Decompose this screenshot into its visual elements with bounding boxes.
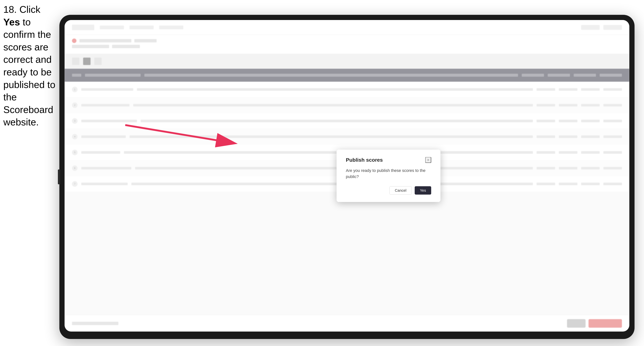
instruction-text: 18. Click Yes to confirm the scores are … — [3, 3, 57, 129]
tablet-device: 1 2 — [59, 15, 634, 339]
modal-title: Publish scores — [346, 157, 383, 163]
modal-header: Publish scores × — [346, 157, 431, 163]
yes-button[interactable]: Yes — [415, 186, 431, 195]
modal-footer: Cancel Yes — [346, 186, 431, 195]
instruction-suffix: to confirm the scores are correct and re… — [3, 17, 55, 128]
tablet-side-button — [58, 170, 60, 184]
cancel-button[interactable]: Cancel — [390, 186, 412, 195]
modal-close-button[interactable]: × — [425, 157, 431, 163]
step-number: 18. — [3, 4, 17, 15]
publish-scores-modal: Publish scores × Are you ready to publis… — [336, 150, 440, 202]
instruction-prefix: Click — [20, 4, 40, 15]
instruction-bold: Yes — [3, 17, 20, 27]
tablet-frame: 1 2 — [59, 15, 634, 339]
tablet-screen: 1 2 — [64, 20, 629, 332]
modal-body: Are you ready to publish these scores to… — [346, 168, 431, 180]
